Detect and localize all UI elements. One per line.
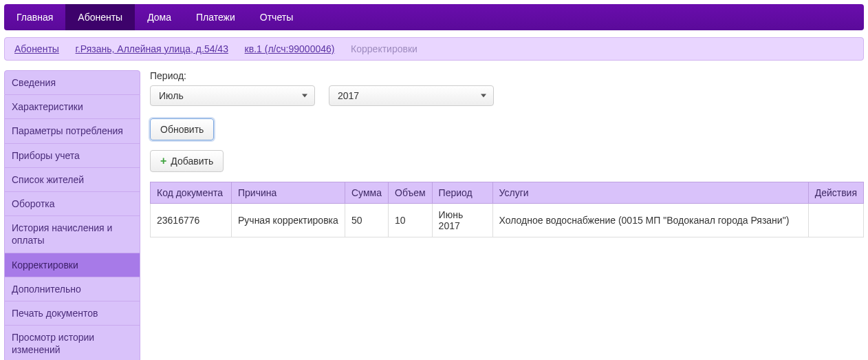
sidebar-item-history[interactable]: История начисления и оплаты	[4, 216, 140, 253]
cell-volume: 10	[389, 204, 433, 237]
table-header-row: Код документа Причина Сумма Объем Период…	[151, 182, 864, 204]
col-reason: Причина	[232, 182, 345, 204]
chevron-down-icon	[302, 94, 307, 98]
sidebar: Сведения Характеристики Параметры потреб…	[4, 70, 140, 360]
sidebar-item-print[interactable]: Печать документов	[4, 301, 140, 326]
cell-period: Июнь 2017	[432, 204, 492, 237]
sidebar-item-meters[interactable]: Приборы учета	[4, 144, 140, 168]
period-label: Период:	[150, 70, 864, 81]
cell-services: Холодное водоснабжение (0015 МП "Водокан…	[492, 204, 808, 237]
nav-item-subscribers[interactable]: Абоненты	[65, 4, 135, 30]
sidebar-item-residents[interactable]: Список жителей	[4, 168, 140, 192]
cell-actions	[808, 204, 863, 237]
add-button-label: Добавить	[171, 156, 213, 167]
content: Период: Июль 2017 Обновить + Добавить	[150, 70, 864, 360]
col-sum: Сумма	[345, 182, 389, 204]
nav-item-houses[interactable]: Дома	[135, 4, 184, 30]
breadcrumb-separator	[235, 43, 238, 54]
sidebar-item-characteristics[interactable]: Характеристики	[4, 95, 140, 119]
breadcrumb-separator	[66, 43, 69, 54]
col-period: Период	[432, 182, 492, 204]
cell-sum: 50	[345, 204, 389, 237]
table-row: 23616776 Ручная корректировка 50 10 Июнь…	[151, 204, 864, 237]
breadcrumb-current: Корректировки	[351, 43, 417, 54]
month-select[interactable]: Июль	[150, 85, 315, 106]
breadcrumb-link-address[interactable]: г.Рязань, Аллейная улица, д.54/43	[76, 43, 228, 54]
breadcrumb-separator	[341, 43, 344, 54]
plus-icon: +	[160, 156, 166, 167]
top-nav: Главная Абоненты Дома Платежи Отчеты	[4, 4, 864, 30]
breadcrumb-link-account[interactable]: кв.1 (л/сч:99000046)	[245, 43, 335, 54]
corrections-table: Код документа Причина Сумма Объем Период…	[150, 182, 864, 237]
sidebar-item-change-history[interactable]: Просмотр истории изменений	[4, 326, 140, 360]
chevron-down-icon	[481, 94, 486, 98]
refresh-button[interactable]: Обновить	[150, 118, 214, 140]
col-actions: Действия	[808, 182, 863, 204]
year-select[interactable]: 2017	[329, 85, 494, 106]
add-button[interactable]: + Добавить	[150, 150, 224, 172]
col-doc-code: Код документа	[151, 182, 232, 204]
breadcrumb-link-subscribers[interactable]: Абоненты	[14, 43, 59, 54]
sidebar-item-turnover[interactable]: Оборотка	[4, 192, 140, 216]
sidebar-item-corrections[interactable]: Корректировки	[4, 253, 140, 277]
nav-item-payments[interactable]: Платежи	[184, 4, 248, 30]
breadcrumb: Абоненты г.Рязань, Аллейная улица, д.54/…	[4, 37, 864, 61]
refresh-button-label: Обновить	[160, 124, 204, 135]
col-services: Услуги	[492, 182, 808, 204]
nav-item-main[interactable]: Главная	[4, 4, 65, 30]
sidebar-item-additional[interactable]: Дополнительно	[4, 277, 140, 301]
col-volume: Объем	[389, 182, 433, 204]
nav-item-reports[interactable]: Отчеты	[248, 4, 305, 30]
sidebar-item-consumption-params[interactable]: Параметры потребления	[4, 119, 140, 143]
cell-doc-code: 23616776	[151, 204, 232, 237]
cell-reason: Ручная корректировка	[232, 204, 345, 237]
sidebar-item-info[interactable]: Сведения	[4, 70, 140, 95]
month-select-value: Июль	[159, 90, 184, 101]
year-select-value: 2017	[338, 90, 359, 101]
